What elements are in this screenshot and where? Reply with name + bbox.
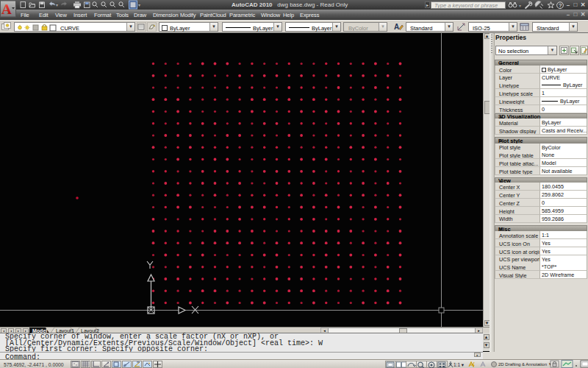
svg-text:A: A — [1, 1, 12, 17]
svg-text:▾: ▾ — [519, 4, 521, 8]
svg-text:▾: ▾ — [138, 3, 140, 7]
svg-text:A: A — [394, 23, 399, 31]
svg-text:?: ? — [559, 2, 562, 9]
svg-text:▾: ▾ — [56, 3, 58, 7]
